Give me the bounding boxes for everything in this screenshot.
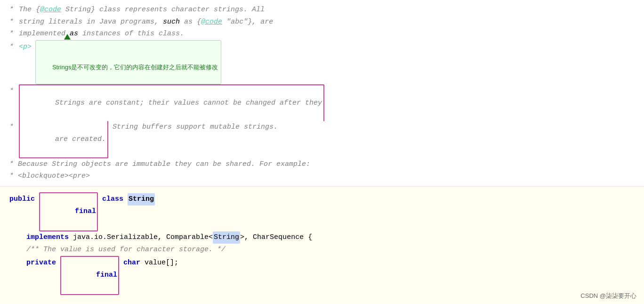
comment-line-5: * Strings are constant; their values can…	[9, 84, 635, 122]
code-line-3: /** The value is used for character stor…	[9, 244, 635, 256]
comment-star-2: *	[9, 16, 18, 28]
tooltip-bubble: Strings是不可改变的，它们的内容在创建好之后就不能被修改	[35, 40, 221, 84]
comment-line-6: * are created. String buffers support mu…	[9, 121, 635, 158]
final-highlight-2: final	[60, 256, 119, 295]
keyword-implements: implements	[26, 231, 69, 244]
selection-box-bottom: are created.	[19, 121, 108, 158]
string-type-comparable: String	[213, 231, 240, 244]
comment-text: The {	[19, 4, 40, 16]
comment-star-3: *	[9, 28, 18, 40]
comment-text-1b: String} class represents character strin…	[61, 4, 265, 16]
selection-box-top: Strings are constant; their values canno…	[19, 84, 324, 122]
tooltip-text: Strings是不可改变的，它们的内容在创建好之后就不能被修改	[52, 64, 218, 71]
comment-text-3: implemented	[19, 28, 70, 40]
comment-value-storage: /** The value is used for character stor…	[26, 244, 225, 256]
code-line-2: implements java.io.Serializable, Compara…	[9, 231, 635, 244]
watermark: CSDN @柒柒要开心	[580, 292, 636, 300]
comment-line-2: * string literals in Java programs, such…	[9, 16, 635, 28]
code-section: public final class String implements jav…	[0, 187, 644, 304]
code-tag-1: @code	[40, 4, 61, 16]
comment-line-7: * Because String objects are immutable t…	[9, 158, 635, 171]
keyword-public: public	[9, 193, 35, 205]
comment-line-1: * The {@code String} class represents ch…	[9, 4, 635, 16]
comment-text-8: * <blockquote><pre>	[9, 170, 90, 182]
code-line-5	[9, 295, 635, 304]
comment-star-4: *	[9, 41, 18, 53]
comment-section: * The {@code String} class represents ch…	[0, 0, 644, 187]
keyword-final-1: final	[75, 207, 96, 215]
keyword-class: class	[102, 193, 123, 205]
keyword-private-1: private	[26, 257, 56, 269]
p-tag: <p>	[19, 41, 32, 53]
comment-text-2a: string literals in Java programs,	[19, 16, 163, 28]
comment-line-8: * <blockquote><pre>	[9, 170, 635, 182]
code-tag-2: @code	[201, 16, 222, 28]
keyword-final-2: final	[96, 271, 117, 279]
comment-star-6: *	[9, 121, 18, 133]
comment-star-5: *	[9, 85, 18, 98]
string-classname: String	[128, 193, 155, 205]
tooltip-arrow	[64, 34, 71, 40]
main-container: * The {@code String} class represents ch…	[0, 0, 644, 304]
comment-line-4: * <p> Strings是不可改变的，它们的内容在创建好之后就不能被修改	[9, 40, 635, 84]
comment-text-6b: String buffers support mutable strings.	[108, 121, 278, 133]
code-line-1: public final class String	[9, 192, 635, 231]
watermark-text: CSDN @柒柒要开心	[580, 292, 636, 299]
final-highlight-1: final	[39, 192, 98, 231]
comment-star: *	[9, 4, 18, 16]
keyword-char: char	[123, 257, 140, 269]
comment-line-3: * implemented as instances of this class…	[9, 28, 635, 40]
comment-text-7: * Because String objects are immutable t…	[9, 158, 310, 171]
code-line-4: private final char value[];	[9, 256, 635, 295]
